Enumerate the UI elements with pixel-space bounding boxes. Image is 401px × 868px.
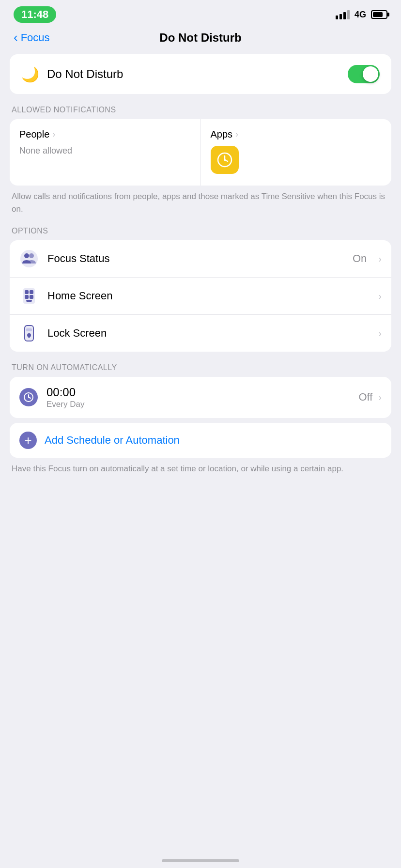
people-value: None allowed — [19, 146, 72, 155]
dnd-left: 🌙 Do Not Disturb — [21, 66, 123, 83]
lock-screen-label: Lock Screen — [47, 327, 370, 340]
status-time: 11:48 — [14, 6, 56, 23]
dnd-label: Do Not Disturb — [47, 67, 123, 81]
people-chevron-icon: › — [52, 129, 55, 140]
svg-line-19 — [29, 397, 31, 398]
svg-point-6 — [29, 253, 34, 258]
focus-status-chevron-icon: › — [378, 253, 382, 264]
focus-status-label: Focus Status — [47, 252, 344, 265]
add-schedule-card[interactable]: + Add Schedule or Automation — [10, 423, 391, 458]
auto-chevron-icon: › — [378, 392, 382, 403]
home-screen-row[interactable]: Home Screen › — [10, 277, 391, 314]
focus-status-row[interactable]: Focus Status On › — [10, 240, 391, 277]
people-section[interactable]: People › None allowed — [10, 119, 201, 186]
options-card: Focus Status On › Home Screen › — [10, 240, 391, 352]
back-button[interactable]: ‹ Focus — [14, 31, 50, 44]
apps-section[interactable]: Apps › — [201, 119, 392, 186]
clock-app-icon — [211, 146, 239, 174]
moon-icon: 🌙 — [21, 66, 39, 83]
people-title[interactable]: People › — [19, 129, 191, 140]
svg-rect-12 — [26, 300, 32, 302]
apps-title[interactable]: Apps › — [211, 129, 382, 140]
auto-time-value: 00:00 — [46, 386, 84, 400]
signal-icon — [336, 10, 350, 19]
home-screen-label: Home Screen — [47, 290, 370, 302]
dnd-card: 🌙 Do Not Disturb — [10, 54, 391, 94]
home-screen-icon-wrap — [19, 286, 39, 306]
auto-status-right: Off › — [358, 391, 382, 403]
add-schedule-label: Add Schedule or Automation — [45, 434, 180, 447]
network-label: 4G — [355, 10, 366, 20]
svg-rect-9 — [30, 290, 33, 294]
lock-screen-icon-wrap — [19, 324, 39, 343]
allowed-notifications-header: ALLOWED NOTIFICATIONS — [10, 106, 391, 114]
focus-status-icon-wrap — [19, 249, 39, 268]
toggle-knob — [363, 66, 378, 82]
svg-rect-10 — [25, 295, 29, 299]
home-screen-chevron-icon: › — [378, 291, 382, 302]
auto-time-info: 00:00 Every Day — [46, 386, 84, 409]
nav-bar: ‹ Focus Do Not Disturb — [0, 26, 401, 54]
svg-point-4 — [20, 250, 38, 267]
svg-rect-16 — [28, 335, 30, 338]
focus-status-icon — [19, 249, 39, 268]
auto-card: 00:00 Every Day Off › — [10, 377, 391, 418]
people-label: People — [19, 129, 49, 140]
lock-screen-row[interactable]: Lock Screen › — [10, 314, 391, 352]
svg-rect-11 — [30, 295, 33, 299]
home-screen-icon — [19, 286, 39, 306]
auto-status-value: Off — [358, 391, 372, 403]
home-indicator — [162, 859, 239, 862]
battery-icon — [371, 10, 387, 19]
back-chevron-icon: ‹ — [14, 31, 18, 44]
status-bar: 11:48 4G — [0, 0, 401, 26]
status-icons: 4G — [336, 10, 387, 20]
dnd-toggle[interactable] — [348, 65, 380, 83]
auto-time-row[interactable]: 00:00 Every Day Off › — [10, 377, 391, 418]
allowed-helper-text: Allow calls and notifications from peopl… — [12, 190, 389, 215]
back-label: Focus — [21, 31, 50, 44]
svg-rect-14 — [26, 328, 32, 331]
lock-screen-icon — [19, 324, 39, 343]
svg-point-5 — [24, 253, 29, 258]
apps-chevron-icon: › — [235, 129, 238, 140]
auto-helper-text: Have this Focus turn on automatically at… — [12, 463, 389, 475]
add-icon: + — [19, 432, 37, 449]
auto-clock-icon — [19, 388, 38, 406]
focus-status-value: On — [353, 252, 367, 265]
lock-screen-chevron-icon: › — [378, 328, 382, 339]
auto-day-value: Every Day — [46, 400, 84, 409]
svg-point-3 — [224, 159, 226, 161]
svg-rect-8 — [25, 290, 29, 294]
apps-label: Apps — [211, 129, 233, 140]
allowed-notifications-card: People › None allowed Apps › — [10, 119, 391, 186]
options-header: OPTIONS — [10, 227, 391, 235]
page-title: Do Not Disturb — [159, 31, 241, 45]
turn-on-auto-header: TURN ON AUTOMATICALLY — [10, 363, 391, 372]
